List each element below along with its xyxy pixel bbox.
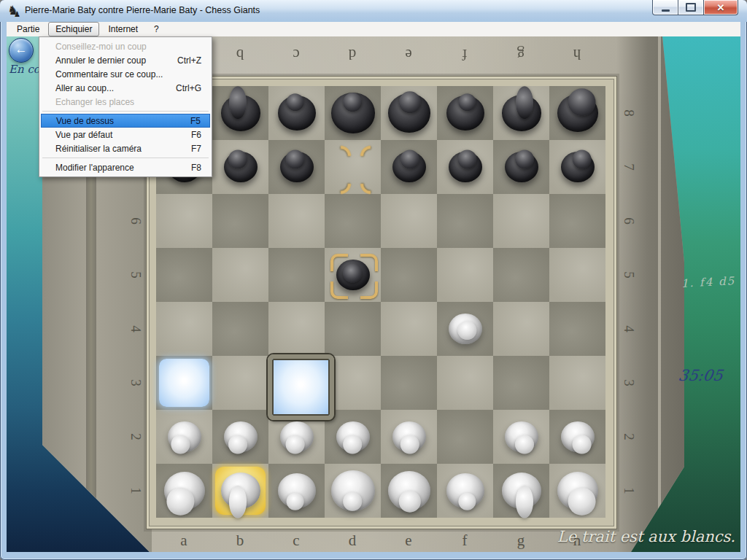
- rank-label-4-right: 4: [619, 319, 638, 338]
- maximize-button[interactable]: [678, 0, 704, 15]
- white-knight-g1[interactable]: [493, 464, 549, 518]
- square-a4[interactable]: [156, 302, 212, 356]
- menu-item: Conseillez-moi un coup: [41, 39, 210, 53]
- white-bishop-c1[interactable]: [268, 464, 325, 518]
- black-rook-h8[interactable]: [549, 86, 605, 140]
- square-f5[interactable]: [437, 248, 493, 302]
- square-d6[interactable]: [325, 194, 381, 248]
- square-b6[interactable]: [212, 194, 268, 248]
- square-c4[interactable]: [268, 302, 325, 356]
- menu-item[interactable]: Aller au coup...Ctrl+G: [41, 81, 210, 95]
- white-king-e1[interactable]: [381, 464, 437, 518]
- close-button[interactable]: ✕: [704, 0, 738, 15]
- square-f3[interactable]: [437, 356, 493, 410]
- file-label-c-top: c: [287, 45, 306, 64]
- black-knight-g8[interactable]: [493, 86, 549, 140]
- piece-head: [229, 86, 247, 119]
- black-bishop-f8[interactable]: [437, 86, 493, 140]
- white-pawn-c2[interactable]: [268, 410, 325, 464]
- black-knight-b8[interactable]: [212, 86, 268, 140]
- menu-item[interactable]: Commentaire sur ce coup...: [41, 67, 210, 81]
- white-pawn-g2[interactable]: [493, 410, 549, 464]
- square-e6[interactable]: [381, 194, 437, 248]
- file-label-a-bottom: a: [174, 531, 193, 550]
- square-g5[interactable]: [493, 248, 549, 302]
- square-f2[interactable]: [437, 410, 493, 464]
- square-g4[interactable]: [493, 302, 549, 356]
- square-b5[interactable]: [212, 248, 268, 302]
- black-pawn-e7[interactable]: [381, 140, 437, 194]
- file-label-d-bottom: d: [343, 531, 362, 550]
- menubar-item-internet[interactable]: Internet: [101, 22, 145, 36]
- white-rook-a1[interactable]: [156, 464, 212, 518]
- menubar-item-partie[interactable]: Partie: [9, 22, 47, 36]
- white-pawn-b2[interactable]: [212, 410, 268, 464]
- square-e5[interactable]: [381, 248, 437, 302]
- left-status-text: En cou: [9, 63, 39, 76]
- minimize-icon: [662, 9, 670, 12]
- menu-item[interactable]: Vue de dessusF5: [41, 114, 210, 128]
- square-d4[interactable]: [325, 302, 381, 356]
- white-pawn-f4[interactable]: [437, 302, 493, 356]
- turn-status-text: Le trait est aux blancs.: [557, 528, 735, 545]
- titlebar[interactable]: ♞♟ Pierre-Marie Baty contre Pierre-Marie…: [0, 0, 747, 22]
- white-pawn-a2[interactable]: [156, 410, 212, 464]
- square-h3[interactable]: [549, 356, 605, 410]
- black-pawn-b7[interactable]: [212, 140, 268, 194]
- black-pawn-d5[interactable]: [325, 248, 381, 302]
- square-c6[interactable]: [268, 194, 325, 248]
- square-e4[interactable]: [381, 302, 437, 356]
- black-pawn-h7[interactable]: [549, 140, 605, 194]
- minimize-button[interactable]: [652, 0, 678, 15]
- square-c5[interactable]: [268, 248, 325, 302]
- rank-label-4-left: 4: [126, 319, 145, 338]
- white-pawn-h2[interactable]: [549, 410, 605, 464]
- file-label-g-top: g: [511, 45, 530, 64]
- square-h6[interactable]: [549, 194, 605, 248]
- white-pawn-e2[interactable]: [381, 410, 437, 464]
- back-button[interactable]: ←: [9, 38, 34, 63]
- black-pawn-c7[interactable]: [268, 140, 325, 194]
- menu-item[interactable]: Annuler le dernier coupCtrl+Z: [41, 53, 210, 67]
- menu-item-shortcut: F7: [191, 144, 201, 154]
- piece-head: [285, 435, 304, 454]
- piece-head: [171, 435, 190, 454]
- black-pawn-g7[interactable]: [493, 140, 549, 194]
- piece-head: [516, 485, 533, 518]
- menubar-item-echiquier[interactable]: Echiquier: [48, 22, 99, 36]
- piece-head: [458, 493, 476, 510]
- piece-head: [457, 150, 476, 169]
- square-a5[interactable]: [156, 248, 212, 302]
- square-b3[interactable]: [212, 356, 268, 410]
- square-f6[interactable]: [437, 194, 493, 248]
- white-pawn-d2[interactable]: [325, 410, 381, 464]
- square-g6[interactable]: [493, 194, 549, 248]
- menu-item[interactable]: Modifier l'apparenceF8: [41, 160, 210, 174]
- black-queen-d8[interactable]: [325, 86, 381, 140]
- menu-item[interactable]: Réinitialiser la caméraF7: [41, 141, 210, 155]
- square-h5[interactable]: [549, 248, 605, 302]
- menubar-item-?[interactable]: ?: [147, 22, 166, 36]
- white-knight-b1[interactable]: [212, 464, 268, 518]
- menu-item[interactable]: Vue par défautF6: [41, 128, 210, 141]
- square-h4[interactable]: [549, 302, 605, 356]
- move-target-highlight-a3[interactable]: [159, 359, 209, 407]
- square-e3[interactable]: [381, 356, 437, 410]
- black-king-e8[interactable]: [381, 86, 437, 140]
- white-queen-d1[interactable]: [325, 464, 381, 518]
- piece-head: [286, 493, 303, 510]
- rank-label-6-right: 6: [619, 211, 638, 230]
- piece-head: [285, 150, 304, 169]
- square-a6[interactable]: [156, 194, 212, 248]
- piece-head: [343, 435, 362, 454]
- black-bishop-c8[interactable]: [268, 86, 325, 140]
- square-g3[interactable]: [493, 356, 549, 410]
- file-label-c-bottom: c: [287, 531, 306, 550]
- square-b4[interactable]: [212, 302, 268, 356]
- menu-item-label: Aller au coup...: [55, 83, 114, 93]
- piece-head: [343, 492, 362, 511]
- white-bishop-f1[interactable]: [437, 464, 493, 518]
- white-rook-h1[interactable]: [549, 464, 605, 518]
- maximize-icon: [686, 3, 696, 12]
- black-pawn-f7[interactable]: [437, 140, 493, 194]
